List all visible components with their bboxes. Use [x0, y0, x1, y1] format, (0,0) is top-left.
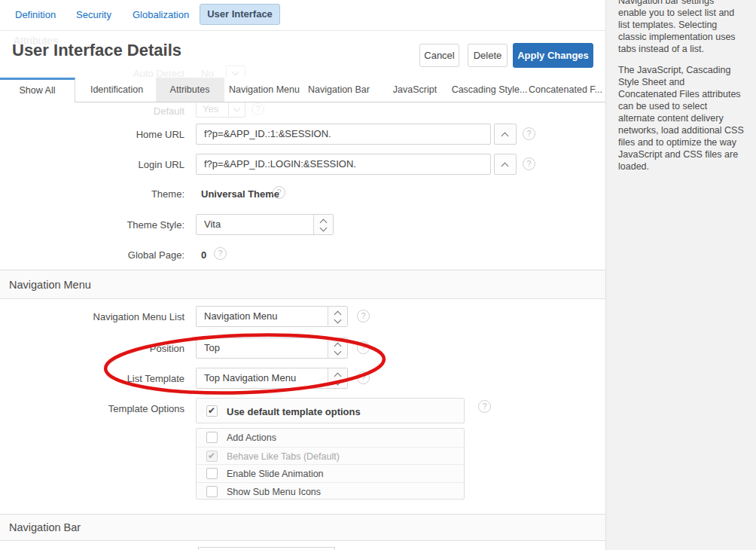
- theme-style-label: Theme Style:: [0, 219, 184, 231]
- help-icon[interactable]: ?: [357, 341, 370, 354]
- apply-changes-button[interactable]: Apply Changes: [513, 43, 593, 68]
- section-title: Navigation Bar: [0, 515, 605, 541]
- home-url-expand-button[interactable]: [494, 124, 517, 145]
- select-spinner-icon: [328, 338, 347, 358]
- navigation-bar-section-header: Navigation Bar: [0, 514, 605, 541]
- tab-security[interactable]: Security: [76, 9, 111, 20]
- page-title: User Interface Details: [12, 41, 181, 60]
- login-url-expand-button[interactable]: [494, 154, 517, 175]
- option-row[interactable]: Add Actions: [197, 429, 464, 447]
- help-icon[interactable]: ?: [251, 102, 264, 115]
- list-template-select[interactable]: Top Navigation Menu: [196, 368, 348, 389]
- checkbox-icon[interactable]: [206, 468, 218, 479]
- region-tab-bar: Show All Identification Attributes Navig…: [0, 78, 605, 102]
- option-row[interactable]: Use default template options: [197, 399, 464, 424]
- option-row[interactable]: Show Sub Menu Icons: [197, 482, 464, 500]
- help-panel: Navigation bar settings enable you to se…: [605, 0, 756, 550]
- help-icon[interactable]: ?: [523, 127, 535, 140]
- tab-concatenated[interactable]: Concatenated F...: [529, 78, 602, 102]
- default-field-label: Default: [0, 105, 184, 117]
- tab-user-interface-active[interactable]: User Interface: [200, 4, 280, 25]
- checkbox-icon[interactable]: [206, 432, 218, 443]
- select-spinner-icon: [328, 368, 347, 388]
- home-url-input[interactable]: f?p=&APP_ID.:1:&SESSION.: [196, 124, 491, 145]
- help-icon[interactable]: ?: [357, 371, 370, 384]
- tab-globalization[interactable]: Globalization: [133, 9, 189, 20]
- tab-cascading-style[interactable]: Cascading Style...: [452, 78, 528, 102]
- chevron-up-icon: [501, 133, 509, 140]
- chevron-down-icon: [228, 101, 245, 117]
- navigation-menu-list-label: Navigation Menu List: [0, 311, 184, 322]
- tab-definition[interactable]: Definition: [15, 9, 56, 20]
- checkbox-icon: [206, 451, 218, 462]
- help-icon[interactable]: ?: [273, 186, 285, 199]
- tab-navigation-bar[interactable]: Navigation Bar: [308, 78, 370, 102]
- help-icon[interactable]: ?: [214, 247, 227, 260]
- help-text-2: The JavaScript, Cascading Style Sheet an…: [618, 64, 744, 173]
- list-template-label: List Template: [0, 373, 184, 384]
- user-interface-details-page: Definition Security Globalization User I…: [0, 0, 756, 550]
- default-select[interactable]: Yes: [196, 100, 245, 118]
- template-options-list: Add Actions Behave Like Tabs (Default) E…: [196, 428, 465, 500]
- help-icon[interactable]: ?: [357, 310, 370, 322]
- option-row[interactable]: Behave Like Tabs (Default): [197, 447, 464, 465]
- position-label: Position: [0, 343, 184, 354]
- login-url-label: Login URL: [0, 159, 184, 170]
- navigation-menu-section-header: Navigation Menu: [0, 270, 605, 299]
- theme-value: Universal Theme: [201, 188, 279, 200]
- section-title: Navigation Menu: [0, 270, 605, 299]
- global-page-value: 0: [201, 249, 206, 261]
- option-row[interactable]: Enable Slide Animation: [197, 464, 464, 482]
- header-divider: [0, 30, 605, 31]
- login-url-input[interactable]: f?p=&APP_ID.:LOGIN:&SESSION.: [196, 154, 491, 175]
- tab-show-all[interactable]: Show All: [0, 78, 75, 102]
- checkbox-icon[interactable]: [206, 405, 218, 417]
- global-page-label: Global Page:: [0, 249, 184, 261]
- delete-button[interactable]: Delete: [468, 44, 508, 67]
- next-field-partial: [198, 547, 335, 550]
- theme-style-select[interactable]: Vita: [196, 214, 334, 235]
- home-url-label: Home URL: [0, 129, 184, 140]
- template-options-label: Template Options: [0, 403, 184, 414]
- default-template-options-box: Use default template options: [196, 398, 465, 423]
- cancel-button[interactable]: Cancel: [419, 44, 459, 67]
- tab-identification[interactable]: Identification: [90, 78, 143, 102]
- tab-attributes[interactable]: Attributes: [170, 78, 210, 102]
- chevron-up-icon: [501, 163, 509, 170]
- help-icon[interactable]: ?: [478, 400, 491, 413]
- tab-navigation-menu[interactable]: Navigation Menu: [229, 78, 300, 102]
- help-icon[interactable]: ?: [523, 157, 535, 170]
- select-spinner-icon: [313, 215, 333, 234]
- position-select[interactable]: Top: [196, 338, 348, 359]
- select-spinner-icon: [328, 307, 347, 326]
- theme-label: Theme:: [0, 188, 184, 200]
- tab-javascript[interactable]: JavaScript: [393, 78, 437, 102]
- navigation-menu-list-select[interactable]: Navigation Menu: [196, 306, 348, 327]
- checkbox-icon[interactable]: [206, 486, 218, 497]
- help-text-1: Navigation bar settings enable you to se…: [618, 0, 744, 55]
